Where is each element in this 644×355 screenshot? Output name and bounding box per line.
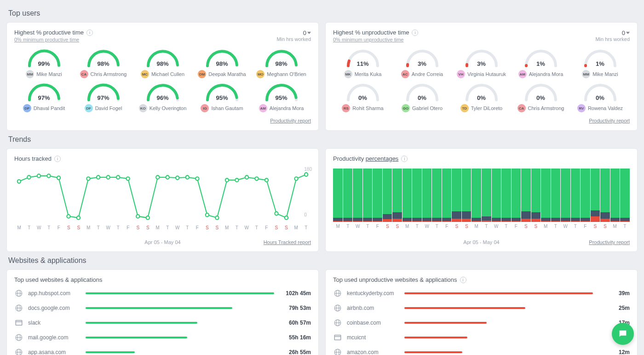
info-icon[interactable]: i <box>86 29 93 36</box>
info-icon[interactable]: i <box>460 277 466 283</box>
hours-tracked-report-link[interactable]: Hours Tracked report <box>264 239 311 245</box>
stacked-column <box>571 169 581 222</box>
globe-icon <box>333 318 342 327</box>
gauge-user[interactable]: KO Kelly Overington <box>139 104 187 112</box>
gauge-cell: 99% MM Mike Manzi <box>14 49 74 78</box>
card-title: Top used unproductive websites & applica… <box>333 276 457 283</box>
svg-point-8 <box>97 175 100 179</box>
productive-gauges: 99% MM Mike Manzi 98% CA Chris Armstrong… <box>14 49 311 112</box>
stacked-column <box>600 169 610 222</box>
card-title: Productivity percentages <box>333 155 398 162</box>
stacked-column <box>432 169 442 222</box>
app-time: 25m <box>598 305 630 311</box>
app-row[interactable]: mcuicnt 13m <box>333 333 630 342</box>
app-row[interactable]: kentuckyderby.com 39m <box>333 289 630 298</box>
app-bar <box>86 307 274 309</box>
productivity-report-link[interactable]: Productivity report <box>589 239 630 245</box>
gauge-user[interactable]: AM Alejandra Mora <box>259 104 304 112</box>
gauge-user[interactable]: MC Michael Cullen <box>141 70 184 78</box>
gauge-user[interactable]: CA Chris Armstrong <box>80 70 127 78</box>
gauge-percent: 97% <box>86 94 121 101</box>
info-icon[interactable]: i <box>412 29 418 36</box>
day-tick: F <box>262 225 272 230</box>
gauge-user[interactable]: MO Meghann O'Brien <box>256 70 306 78</box>
day-tick: T <box>363 224 373 229</box>
svg-point-12 <box>136 215 139 218</box>
day-tick: M <box>541 224 551 229</box>
gauge-cell: 96% KO Kelly Overington <box>133 83 192 112</box>
avatar: CA <box>80 70 88 78</box>
stacked-column <box>610 169 620 222</box>
stacked-column <box>333 169 343 222</box>
gauge-user[interactable]: TD Tyler DiLoreto <box>460 104 502 112</box>
day-tick: M <box>84 225 94 230</box>
avatar: AC <box>401 70 409 78</box>
min-hrs-label: Min hrs worked <box>595 36 630 42</box>
app-time: 55h 16m <box>279 334 311 341</box>
avatar: RS <box>342 104 350 112</box>
avatar: KO <box>139 104 147 112</box>
svg-point-18 <box>196 177 199 180</box>
app-row[interactable]: amazon.com 12m <box>333 348 630 355</box>
min-productive-link[interactable]: 0% minimum productive time <box>14 37 93 42</box>
app-row[interactable]: app.asana.com 26h 55m <box>14 348 311 355</box>
gauge-user[interactable]: AC Andre Correia <box>401 70 443 78</box>
svg-point-16 <box>176 176 179 180</box>
gauge-user[interactable]: VH Virginia Hutauruk <box>457 70 506 78</box>
min-unproductive-link[interactable]: 0% minimum unproductive time <box>333 37 418 42</box>
day-tick: F <box>442 224 452 229</box>
app-row[interactable]: airbnb.com 25m <box>333 303 630 313</box>
gauge-user[interactable]: DF David Fogel <box>85 104 122 112</box>
gauge-percent: 0% <box>583 94 617 101</box>
min-hours-dropdown[interactable]: 0 <box>303 29 311 36</box>
svg-point-5 <box>67 215 70 218</box>
min-hours-dropdown[interactable]: 0 <box>622 29 630 36</box>
gauge-user[interactable]: DP Dhaval Pandit <box>23 104 65 112</box>
user-name: Chris Armstrong <box>528 105 564 111</box>
x-axis-days: MTWTFSSMTWTFSSMTWTFSSMTWTFSSMT <box>333 224 630 229</box>
user-name: Alejandra Mora <box>529 71 564 77</box>
app-row[interactable]: slack 60h 57m <box>14 318 311 327</box>
gauge-user[interactable]: MK Merita Kuka <box>344 70 382 78</box>
gauge-user[interactable]: DM Deepak Maratha <box>198 70 246 78</box>
day-tick: T <box>44 225 54 230</box>
gauge-cell: 98% MO Meghann O'Brien <box>252 49 311 78</box>
gauge-user[interactable]: CA Chris Armstrong <box>518 104 564 112</box>
gauge-user[interactable]: RS Rohit Sharma <box>342 104 383 112</box>
gauge-user[interactable]: RV Rowena Valdez <box>577 104 623 112</box>
svg-point-10 <box>116 175 120 179</box>
app-row[interactable]: app.hubspot.com 102h 45m <box>14 289 311 298</box>
productivity-report-link[interactable]: Productivity report <box>270 118 311 123</box>
gauge-user[interactable]: MM Mike Manzi <box>582 70 618 78</box>
info-icon[interactable]: i <box>401 156 408 162</box>
productivity-report-link[interactable]: Productivity report <box>589 118 630 123</box>
apps-list: app.hubspot.com 102h 45m docs.google.com… <box>14 289 311 355</box>
stacked-column <box>501 169 511 222</box>
user-name: Merita Kuka <box>355 71 382 77</box>
app-row[interactable]: docs.google.com 79h 53m <box>14 303 311 313</box>
app-name: slack <box>28 320 81 326</box>
svg-point-11 <box>126 177 130 180</box>
user-name: Kelly Overington <box>150 105 187 111</box>
chat-fab[interactable] <box>612 323 634 345</box>
day-tick: S <box>590 224 600 229</box>
gauge-user[interactable]: MM Mike Manzi <box>26 70 62 78</box>
day-tick: F <box>373 224 383 229</box>
globe-icon <box>14 303 23 313</box>
app-name: amazon.com <box>347 349 400 355</box>
day-tick: M <box>291 225 301 230</box>
day-tick: M <box>610 224 620 229</box>
gauge-cell: 11% MK Merita Kuka <box>333 49 392 78</box>
gauge-user[interactable]: GO Gabriel Otero <box>402 104 443 112</box>
globe-icon <box>333 289 342 298</box>
app-row[interactable]: coinbase.com 17m <box>333 318 630 327</box>
gauge: 98% <box>264 49 299 67</box>
day-tick: F <box>192 225 202 230</box>
app-row[interactable]: mail.google.com 55h 16m <box>14 333 311 342</box>
info-icon[interactable]: i <box>54 156 61 162</box>
svg-point-7 <box>86 177 90 180</box>
stacked-column <box>383 169 392 222</box>
gauge-user[interactable]: AM Alejandra Mora <box>518 70 564 78</box>
app-bar <box>404 292 593 294</box>
gauge-user[interactable]: IG Ishan Gautam <box>201 104 243 112</box>
